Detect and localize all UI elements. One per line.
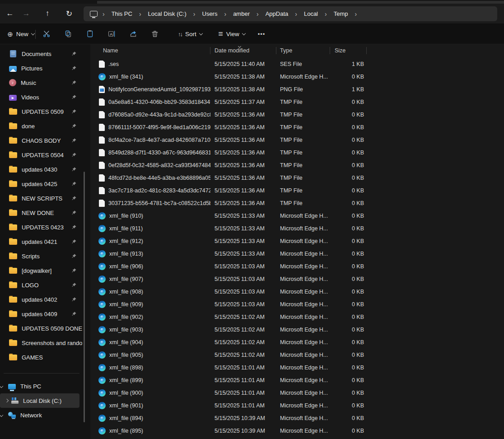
file-row[interactable]: 0a5e8a61-4320-406b-bb29-3583d18434f7....… <box>90 96 504 108</box>
file-row[interactable]: xml_file (912) 5/15/2025 11:33 AM Micros… <box>90 235 504 248</box>
pin-icon[interactable] <box>71 210 77 216</box>
file-row[interactable]: NotifyIconGeneratedAumid_10929871936... … <box>90 83 504 96</box>
file-row[interactable]: xml_file (898) 5/15/2025 11:01 AM Micros… <box>90 361 504 374</box>
sidebar-item[interactable]: LOGO <box>0 278 82 292</box>
file-row[interactable]: xml_file (903) 5/15/2025 11:02 AM Micros… <box>90 323 504 336</box>
view-button[interactable]: ≡ View <box>211 27 252 41</box>
breadcrumb-segment[interactable]: Local <box>301 9 321 19</box>
sidebar-item[interactable]: NEW SCRIPTS <box>0 191 82 205</box>
file-row[interactable]: xml_file (911) 5/15/2025 11:33 AM Micros… <box>90 222 504 235</box>
sidebar-item[interactable]: Screenshots and random f <box>0 336 82 350</box>
pin-icon[interactable] <box>71 138 77 144</box>
refresh-button[interactable]: ↻ <box>61 6 78 21</box>
up-button[interactable]: ↑ <box>39 6 56 21</box>
breadcrumb-segment[interactable]: Temp <box>331 9 351 19</box>
rename-button[interactable]: A <box>103 27 121 41</box>
breadcrumb-segment[interactable]: AppData <box>263 9 291 19</box>
sidebar-item[interactable]: Documents <box>0 47 82 61</box>
file-row[interactable]: 8549d288-d7f1-4330-a67c-963d96468314....… <box>90 146 504 159</box>
sidebar-item[interactable]: updates 0409 <box>0 307 82 321</box>
chevron-right-icon[interactable] <box>5 399 9 402</box>
tree-item-network[interactable]: Network <box>0 408 82 422</box>
sidebar-item[interactable]: GAMES <box>0 350 82 364</box>
column-header-name[interactable]: Name <box>90 44 210 57</box>
sidebar-item[interactable]: [dogwalker] <box>0 263 82 278</box>
pin-icon[interactable] <box>71 152 77 158</box>
pin-icon[interactable] <box>71 282 77 288</box>
file-row[interactable]: 8766111f-5007-4f95-9e9f-8ed1a006c219.t..… <box>90 121 504 134</box>
file-row[interactable]: d76085a0-d92e-443a-9c1d-ba293de92c87... … <box>90 108 504 121</box>
sidebar-scrollbar[interactable] <box>84 172 85 422</box>
sidebar-item[interactable]: CHAOS BODY <box>0 133 82 148</box>
pin-icon[interactable] <box>71 239 77 245</box>
address-bar[interactable]: ›This PC›Local Disk (C:)›Users›amber›App… <box>84 6 497 21</box>
forward-button[interactable]: → <box>18 6 34 21</box>
breadcrumb-segment[interactable]: Users <box>200 9 220 19</box>
file-row[interactable]: xml_file (904) 5/15/2025 11:02 AM Micros… <box>90 336 504 349</box>
pin-icon[interactable] <box>71 181 77 187</box>
pin-icon[interactable] <box>71 51 77 57</box>
pin-icon[interactable] <box>71 123 77 129</box>
sidebar-item[interactable]: updates 0425 <box>0 177 82 191</box>
sidebar-item[interactable]: UPDATES 0423 <box>0 220 82 234</box>
file-row[interactable]: xml_file (906) 5/15/2025 11:03 AM Micros… <box>90 260 504 273</box>
chevron-down-icon[interactable] <box>0 413 3 417</box>
file-row[interactable]: 8cf4a2ce-7ac8-4e37-acad-8426087a710c....… <box>90 134 504 146</box>
more-options-button[interactable]: ••• <box>254 27 269 41</box>
share-button[interactable] <box>124 27 142 41</box>
sidebar-item[interactable]: done <box>0 119 82 133</box>
new-button[interactable]: ⊕ New <box>4 27 38 41</box>
sidebar-item[interactable]: Pictures <box>0 61 82 75</box>
tree-item-this-pc[interactable]: This PC <box>0 379 82 393</box>
sidebar-item[interactable]: updates 0421 <box>0 234 82 249</box>
pin-icon[interactable] <box>71 253 77 259</box>
cut-button[interactable] <box>37 27 56 41</box>
delete-button[interactable] <box>146 27 164 41</box>
sidebar-item[interactable]: updates 0402 <box>0 292 82 307</box>
pin-icon[interactable] <box>71 224 77 230</box>
file-row[interactable]: 3ac7c718-ad2c-481c-8283-4a5d3dc74724... … <box>90 184 504 197</box>
file-row[interactable]: xml_file (894) 5/15/2025 10:39 AM Micros… <box>90 412 504 425</box>
breadcrumb-segment[interactable]: This PC <box>109 9 135 19</box>
pin-icon[interactable] <box>71 268 77 274</box>
breadcrumb-segment[interactable]: amber <box>230 9 252 19</box>
pin-icon[interactable] <box>71 80 77 86</box>
pin-icon[interactable] <box>71 196 77 201</box>
file-row[interactable]: xml_file (913) 5/15/2025 11:33 AM Micros… <box>90 248 504 260</box>
back-button[interactable]: ← <box>2 6 18 21</box>
file-row[interactable]: xml_file (341) 5/15/2025 11:38 AM Micros… <box>90 70 504 83</box>
sidebar-item[interactable]: NEW DONE <box>0 205 82 220</box>
file-row[interactable]: 48fcd72d-be8e-44e5-a3ba-e3b68896a059... … <box>90 172 504 184</box>
sidebar-item[interactable]: ♪ Music <box>0 75 82 90</box>
sidebar-item[interactable]: UPDATES 0509 <box>0 104 82 119</box>
file-row[interactable]: 30371235-b556-4781-bc7a-c08522c1d5b4... … <box>90 197 504 210</box>
sidebar-item[interactable]: UPDATES 0504 <box>0 148 82 162</box>
file-row[interactable]: xml_file (901) 5/15/2025 11:01 AM Micros… <box>90 399 504 412</box>
pin-icon[interactable] <box>71 311 77 317</box>
sidebar-item[interactable]: Scripts <box>0 249 82 263</box>
column-header-size[interactable]: Size <box>330 44 367 57</box>
pin-icon[interactable] <box>71 297 77 303</box>
file-row[interactable]: xml_file (902) 5/15/2025 11:02 AM Micros… <box>90 311 504 323</box>
column-header-type[interactable]: Type <box>276 44 330 57</box>
file-row[interactable]: xml_file (900) 5/15/2025 11:01 AM Micros… <box>90 387 504 399</box>
column-header-date-modified[interactable]: Date modified <box>210 44 276 57</box>
pin-icon[interactable] <box>71 167 77 173</box>
file-row[interactable]: 0ef28d5f-0c32-4585-a832-ca93f3467484.t..… <box>90 159 504 172</box>
file-row[interactable]: xml_file (905) 5/15/2025 11:02 AM Micros… <box>90 349 504 361</box>
breadcrumb-chevron-icon[interactable]: › <box>350 10 361 18</box>
copy-button[interactable] <box>59 27 77 41</box>
chevron-down-icon[interactable] <box>0 384 3 388</box>
pin-icon[interactable] <box>71 65 77 71</box>
sidebar-item[interactable]: UPDATES 0509 DONE <box>0 321 82 336</box>
paste-button[interactable] <box>81 27 99 41</box>
file-row[interactable]: xml_file (899) 5/15/2025 11:01 AM Micros… <box>90 374 504 387</box>
file-row[interactable]: xml_file (907) 5/15/2025 11:03 AM Micros… <box>90 273 504 285</box>
pin-icon[interactable] <box>71 109 77 115</box>
tree-item-local-disk-c[interactable]: Local Disk (C:) <box>0 393 79 408</box>
file-row[interactable]: xml_file (908) 5/15/2025 11:03 AM Micros… <box>90 285 504 298</box>
file-row[interactable]: .ses 5/15/2025 11:40 AM SES File 1 KB <box>90 58 504 70</box>
sidebar-item[interactable]: updates 0430 <box>0 162 82 177</box>
sort-button[interactable]: ↑↓ Sort <box>171 27 210 41</box>
pin-icon[interactable] <box>71 94 77 100</box>
